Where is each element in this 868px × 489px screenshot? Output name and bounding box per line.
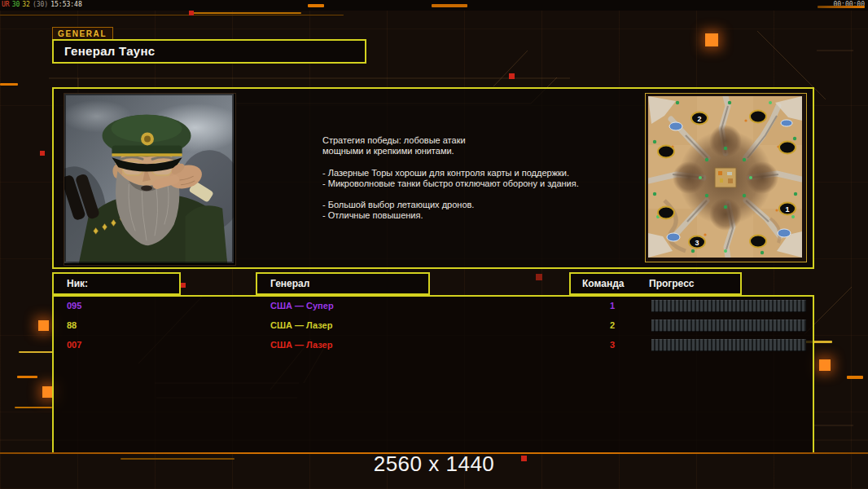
map-preview-frame: 2 1 3 — [645, 93, 807, 262]
map-marker-label: 1 — [785, 205, 789, 214]
map-marker-label: 3 — [695, 239, 699, 247]
player-nick: 095 — [67, 301, 81, 311]
column-header-nick: Ник: — [52, 272, 181, 295]
resolution-label: 2560 x 1440 — [0, 452, 868, 477]
strategy-line: - Большой выбор летающих дронов. — [322, 200, 640, 210]
player-team: 1 — [606, 301, 619, 311]
decor-dash — [818, 6, 865, 8]
decor-dash — [15, 407, 52, 408]
decor-square-orange — [819, 359, 831, 371]
general-portrait — [64, 93, 236, 266]
progress-bar — [651, 319, 806, 332]
decor-square-red — [536, 274, 542, 280]
progress-column-label: Прогресс — [649, 274, 694, 293]
team-column-label: Команда — [582, 274, 624, 293]
decor-dash — [19, 351, 53, 353]
general-column-label: Генерал — [270, 274, 309, 293]
nick-column-label: Ник: — [67, 274, 88, 293]
page-title: Генерал Таунс — [52, 39, 366, 64]
strategy-line — [322, 189, 640, 200]
decor-dash — [0, 83, 18, 86]
decor-dash — [17, 376, 37, 378]
strategy-line: Стратегия победы: лобовые атаки — [322, 135, 640, 146]
debug-readout: UR3032(30)15:53:48 — [2, 1, 85, 8]
strategy-text: Стратегия победы: лобовые атаки мощными … — [322, 135, 640, 222]
briefing-panel: Стратегия победы: лобовые атаки мощными … — [52, 87, 814, 269]
players-panel: 095 США — Супер 1 88 США — Лазер 2 007 С… — [52, 295, 814, 452]
column-header-team-progress: Команда Прогресс — [569, 272, 742, 295]
decor-dash — [432, 4, 467, 7]
loading-screen: UR3032(30)15:53:48 00:00:00 GENERAL Гене… — [0, 0, 868, 489]
player-row: 095 США — Супер 1 — [54, 299, 813, 314]
debug-segment: (30) — [33, 1, 48, 8]
decor-dash — [0, 15, 344, 15]
player-nick: 007 — [67, 340, 81, 350]
map-preview: 2 1 3 — [648, 96, 802, 258]
strategy-line — [322, 156, 640, 167]
player-row: 007 США — Лазер 3 — [54, 338, 813, 353]
portrait-illustration — [64, 94, 234, 263]
debug-segment: UR — [2, 1, 10, 8]
decor-square-red — [189, 11, 194, 15]
column-header-general: Генерал — [256, 272, 430, 295]
player-general: США — Лазер — [270, 340, 332, 350]
decor-dash — [189, 12, 301, 14]
player-general: США — Лазер — [270, 320, 332, 330]
strategy-line: мощными и крепкими юнитами. — [322, 146, 640, 156]
decor-square-red — [509, 73, 515, 79]
debug-segment: 30 — [12, 1, 20, 8]
decor-square-red — [181, 283, 186, 288]
player-team: 2 — [606, 320, 619, 330]
debug-segment: 15:53:48 — [50, 1, 82, 8]
decor-square-orange — [38, 320, 49, 331]
map-terrain: 2 1 3 — [648, 96, 802, 258]
strategy-line: - Микроволновые танки быстро отключают о… — [322, 178, 640, 189]
player-row: 88 США — Лазер 2 — [54, 319, 813, 333]
strategy-line: - Лазерные Торы хороши для контроля карт… — [322, 168, 640, 178]
player-team: 3 — [606, 340, 619, 350]
debug-segment: 32 — [22, 1, 30, 8]
decor-square-red — [40, 151, 45, 156]
progress-bar — [651, 339, 806, 351]
progress-bar — [651, 300, 806, 312]
decor-dash — [847, 376, 863, 379]
strategy-line: - Отличные повышения. — [322, 210, 640, 221]
decor-square-orange — [705, 33, 718, 46]
map-marker-label: 2 — [697, 115, 701, 123]
decor-dash — [308, 4, 324, 7]
player-general: США — Супер — [270, 301, 334, 311]
player-nick: 88 — [67, 320, 77, 330]
